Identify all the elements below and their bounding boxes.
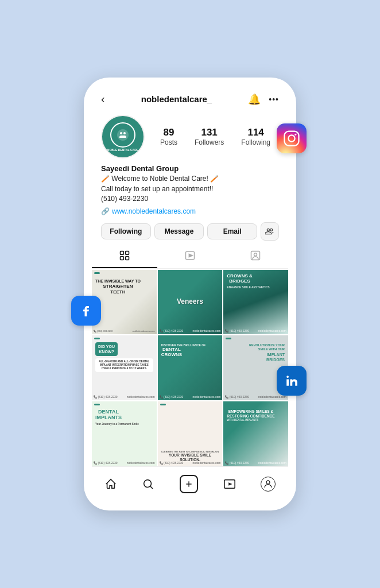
grid-post-9[interactable]: EMPOWERING SMILES &RESTORING CONFIDENCE … [223,401,288,466]
link-url: www.nobledentalcares.com [112,207,196,215]
post-content: EMPOWERING SMILES &RESTORING CONFIDENCE … [223,401,288,466]
post-badge [94,338,100,339]
nav-reels[interactable] [219,475,241,493]
following-label: Following [241,138,270,146]
svg-rect-4 [126,251,129,254]
post-bottom: 📞 (510) 493-2230 nobledentalcares.com [158,461,223,465]
bottom-nav [92,466,288,502]
post-badge [226,272,231,274]
grid-post-2[interactable]: Veneers 📞 (510) 493-2230 nobledentalcare… [158,270,223,335]
nav-profile[interactable] [256,474,280,494]
posts-label: Posts [160,138,177,146]
post-bottom: 📞 (510) 493-2230 nobledentalcares.com [92,395,157,399]
message-button[interactable]: Message [154,223,204,239]
stats-row: 89 Posts 131 Followers 114 Following [152,127,279,146]
post-bottom: 📞 (510) 493-2230 nobledentalcares.com [92,461,157,465]
tab-tagged[interactable] [223,244,288,268]
svg-rect-3 [121,251,124,254]
svg-rect-5 [121,256,124,260]
link-icon: 🔗 [101,207,110,215]
post-badge [160,272,166,274]
following-count: 114 [247,127,263,138]
post-bottom: 📞 (510) 493-2230 nobledentalcares.com [223,461,288,465]
profile-username: nobledentalcare_ [141,94,212,104]
bio-line2: Call today to set up an appointment!! [101,184,279,194]
post-bottom: 📞 (510) 493-2230 nobledentalcares.com [92,330,157,332]
stat-followers: 131 Followers [195,127,224,146]
post-content: DISCOVER THE BRILLIANCE OF DENTALCROWNS [158,335,223,400]
post-bottom: 📞 (510) 493-2230 nobledentalcares.com [158,395,223,399]
grid-post-7[interactable]: DENTALIMPLANTS Your Journey to a Permane… [92,401,157,466]
post-badge [94,404,100,405]
tab-grid[interactable] [92,244,157,268]
top-bar: ‹ nobledentalcare_ 🔔 ••• [92,86,288,110]
post-content: THE INVISIBLE WAY TOSTRAIGHTENTEETH [92,270,157,335]
post-bottom: 📞 (510) 493-2230 nobledentalcares.com [223,395,288,399]
notification-icon[interactable]: 🔔 [248,93,261,106]
svg-point-10 [254,253,257,256]
followers-label: Followers [195,138,224,146]
bio-line1: 🪥 Welcome to Noble Dental Care! 🪥 [101,174,279,184]
action-buttons: Following Message Email [92,218,288,244]
post-content: Veneers [158,270,223,335]
content-tabs [92,244,288,269]
bio-section: Sayeedi Dental Group 🪥 Welcome to Noble … [92,161,288,217]
svg-rect-6 [126,256,129,260]
facebook-badge [71,296,101,326]
posts-count: 89 [164,127,175,138]
followers-count: 131 [201,127,217,138]
post-content: DENTALIMPLANTS Your Journey to a Permane… [92,401,157,466]
stat-posts: 89 Posts [160,127,177,146]
bio-phone: (510) 493-2230 [101,194,279,204]
post-badge [226,404,231,405]
post-content: CLEARING THE PATH TO CONFIDENCE, INVISAL… [158,401,223,466]
svg-point-2 [294,134,296,136]
post-badge [94,272,100,274]
avatar-circle [110,122,135,148]
grid-post-4[interactable]: DID YOUKNOW? ALL-ON-FOUR AND ALL-ON-SIX … [92,335,157,400]
svg-rect-0 [285,131,299,146]
grid-post-1[interactable]: THE INVISIBLE WAY TOSTRAIGHTENTEETH 📞 (5… [92,270,157,335]
top-icons: 🔔 ••• [248,93,279,106]
photo-grid: THE INVISIBLE WAY TOSTRAIGHTENTEETH 📞 (5… [92,270,288,466]
profile-icon[interactable] [261,477,276,492]
post-badge [160,338,166,339]
post-content: CROWNS &BRIDGES ENHANCE SMILE AESTHETICS [223,270,288,335]
tab-reels[interactable] [157,244,223,268]
post-badge [226,338,231,339]
svg-point-11 [144,479,152,487]
svg-marker-13 [228,482,232,486]
grid-post-3[interactable]: CROWNS &BRIDGES ENHANCE SMILE AESTHETICS… [223,270,288,335]
nav-add[interactable] [175,473,203,496]
nav-home[interactable] [100,475,122,493]
bio-link[interactable]: 🔗 www.nobledentalcares.com [101,207,279,215]
add-button[interactable] [180,475,198,493]
svg-point-14 [266,481,270,484]
svg-point-1 [288,136,294,142]
instagram-badge [277,123,307,153]
post-badge [160,404,166,405]
stat-following: 114 Following [241,127,270,146]
back-button[interactable]: ‹ [101,92,105,106]
following-button[interactable]: Following [101,223,151,239]
grid-post-5[interactable]: DISCOVER THE BRILLIANCE OF DENTALCROWNS … [158,335,223,400]
phone-screen: ‹ nobledentalcare_ 🔔 ••• [92,86,288,502]
post-bottom: 📞 (510) 493-2230 nobledentalcares.com [158,329,223,332]
more-options-icon[interactable]: ••• [269,95,279,104]
grid-post-8[interactable]: CLEARING THE PATH TO CONFIDENCE, INVISAL… [158,401,223,466]
linkedin-badge [277,366,307,396]
add-person-button[interactable] [261,222,279,241]
nav-search[interactable] [137,475,159,493]
post-content: DID YOUKNOW? ALL-ON-FOUR AND ALL-ON-SIX … [92,335,157,400]
bio-name: Sayeedi Dental Group [101,164,279,173]
post-bottom: 📞 (510) 493-2230 nobledentalcares.com [223,329,288,332]
phone-frame: ‹ nobledentalcare_ 🔔 ••• [84,78,296,510]
svg-marker-8 [189,254,192,257]
email-button[interactable]: Email [207,223,257,239]
profile-section: NOBLE DENTAL CARE 89 Posts 131 Followers… [92,110,288,161]
avatar: NOBLE DENTAL CARE [101,115,145,158]
